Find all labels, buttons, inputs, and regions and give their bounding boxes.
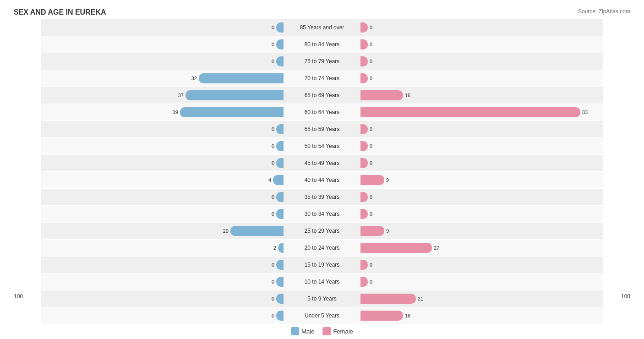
left-side: 20	[41, 226, 285, 236]
female-bar	[360, 175, 384, 185]
male-bar	[276, 22, 284, 33]
male-value: 0	[272, 313, 274, 318]
male-bar	[276, 158, 284, 168]
male-value: 32	[191, 76, 197, 81]
age-label: 30 to 34 Years	[285, 211, 359, 217]
right-side: 0	[359, 39, 603, 49]
male-value: 4	[268, 177, 271, 183]
table-row: 39 60 to 64 Years 83	[41, 104, 603, 120]
table-row: 2 20 to 24 Years 27	[41, 240, 603, 256]
female-legend-box	[322, 327, 331, 335]
male-legend-box	[291, 327, 299, 335]
male-bar	[276, 39, 284, 49]
table-row: 0 55 to 59 Years 0	[41, 121, 603, 137]
female-bar	[360, 243, 432, 253]
left-side: 0	[41, 192, 285, 202]
right-side: 16	[359, 90, 603, 100]
age-label: 65 to 69 Years	[285, 92, 359, 98]
male-value: 0	[272, 126, 274, 132]
axis-right-label: 100	[621, 293, 630, 300]
table-row: 0 45 to 49 Years 0	[41, 155, 603, 171]
male-bar	[199, 73, 284, 83]
female-bar	[360, 226, 384, 236]
left-side: 0	[41, 22, 285, 33]
left-side: 32	[41, 73, 285, 83]
male-value: 39	[173, 109, 178, 115]
female-bar	[360, 124, 368, 134]
age-label: 45 to 49 Years	[285, 160, 359, 166]
male-bar	[276, 124, 284, 134]
age-label: 55 to 59 Years	[285, 126, 359, 132]
male-bar	[273, 175, 284, 185]
male-value: 0	[272, 25, 274, 30]
male-value: 2	[273, 245, 276, 251]
left-side: 0	[41, 260, 285, 270]
legend: Male Female	[291, 327, 353, 335]
left-side: 0	[41, 277, 285, 287]
female-value: 0	[370, 262, 372, 268]
table-row: 32 70 to 74 Years 0	[41, 70, 603, 87]
right-side: 0	[359, 22, 603, 33]
male-bar	[276, 56, 284, 66]
female-value: 0	[370, 279, 372, 284]
table-row: 0 15 to 19 Years 0	[41, 257, 603, 273]
female-value: 16	[405, 313, 410, 318]
right-side: 83	[359, 107, 603, 117]
male-value: 0	[272, 42, 274, 47]
left-side: 0	[41, 141, 285, 151]
right-side: 0	[359, 260, 603, 270]
chart-area: 0 85 Years and over 0 0 80 to 84 Years 0…	[14, 19, 630, 300]
male-legend-label: Male	[301, 328, 314, 335]
table-row: 20 25 to 29 Years 9	[41, 223, 603, 239]
male-bar	[276, 277, 284, 287]
chart-title: SEX AND AGE IN EUREKA	[14, 8, 630, 16]
age-label: 40 to 44 Years	[285, 177, 359, 183]
female-value: 27	[434, 245, 439, 251]
male-bar	[276, 311, 284, 321]
right-side: 0	[359, 56, 603, 66]
right-side: 0	[359, 73, 603, 83]
female-bar	[360, 22, 368, 33]
legend-female: Female	[322, 327, 353, 335]
right-side: 0	[359, 277, 603, 287]
female-value: 0	[370, 76, 372, 81]
chart-container: SEX AND AGE IN EUREKA Source: ZipAtlas.c…	[0, 0, 644, 339]
right-side: 9	[359, 175, 603, 185]
male-value: 0	[272, 211, 274, 217]
axis-left-label: 100	[14, 293, 23, 300]
age-label: 5 to 9 Years	[285, 295, 359, 302]
left-side: 0	[41, 209, 285, 219]
right-side: 0	[359, 141, 603, 151]
female-value: 0	[370, 42, 372, 47]
age-label: 15 to 19 Years	[285, 262, 359, 268]
legend-male: Male	[291, 327, 314, 335]
male-bar	[276, 209, 284, 219]
left-side: 0	[41, 124, 285, 134]
female-value: 0	[370, 211, 372, 217]
female-legend-label: Female	[333, 328, 353, 335]
female-bar	[360, 277, 368, 287]
male-value: 0	[272, 279, 274, 284]
male-bar	[230, 226, 284, 236]
male-value: 0	[272, 143, 274, 149]
female-bar	[360, 192, 368, 202]
male-bar	[276, 260, 284, 270]
age-label: 80 to 84 Years	[285, 41, 359, 48]
table-row: 0 80 to 84 Years 0	[41, 36, 603, 53]
female-value: 0	[370, 25, 372, 30]
male-value: 0	[272, 59, 274, 64]
left-side: 0	[41, 311, 285, 321]
source-label: Source: ZipAtlas.com	[578, 8, 630, 15]
age-label: 35 to 39 Years	[285, 194, 359, 200]
table-row: 0 10 to 14 Years 0	[41, 273, 603, 290]
right-side: 0	[359, 192, 603, 202]
female-bar	[360, 90, 403, 100]
female-value: 16	[405, 93, 410, 98]
female-bar	[360, 141, 368, 151]
age-label: 20 to 24 Years	[285, 245, 359, 251]
left-side: 39	[41, 107, 285, 117]
male-value: 0	[272, 160, 274, 166]
female-bar	[360, 311, 403, 321]
age-label: Under 5 Years	[285, 312, 359, 319]
table-row: 37 65 to 69 Years 16	[41, 87, 603, 104]
